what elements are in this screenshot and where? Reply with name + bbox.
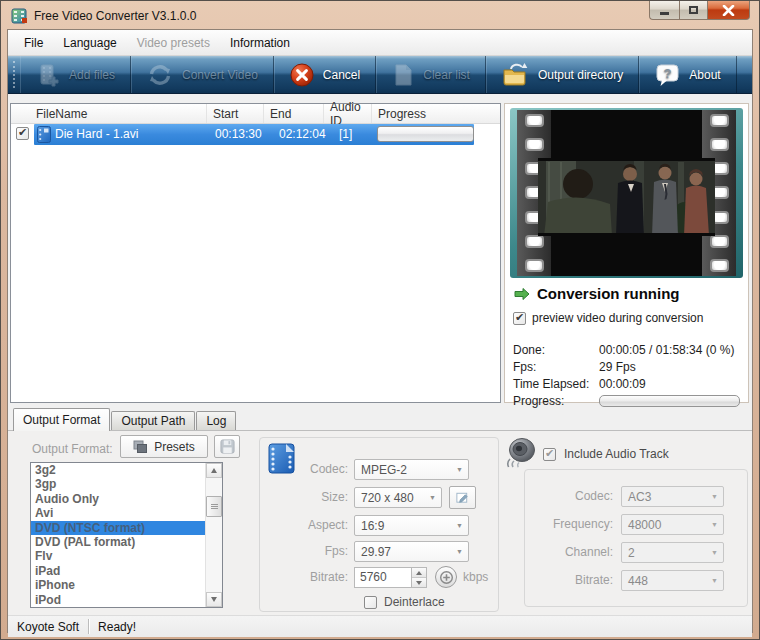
preview-video-option: preview video during conversion (513, 311, 703, 325)
window-controls (649, 1, 750, 20)
video-preview-frame (538, 158, 715, 236)
video-codec-label: Codec: (260, 459, 348, 480)
titlebar: Free Video Converter V3.1.0.0 (2, 2, 758, 29)
cancel-button[interactable]: Cancel (274, 56, 376, 93)
bitrate-unit-label: kbps (463, 567, 488, 588)
window-title: Free Video Converter V3.1.0.0 (34, 9, 197, 23)
spin-down-icon (416, 581, 422, 585)
settings-tabs-area: Output Format Output Path Log Output For… (8, 407, 752, 615)
preview-video-label: preview video during conversion (532, 311, 703, 325)
edit-size-button[interactable] (449, 486, 476, 509)
svg-text:?: ? (664, 65, 672, 80)
menu-information[interactable]: Information (220, 31, 300, 55)
elapsed-label: Time Elapsed: (513, 377, 599, 391)
video-aspect-select[interactable]: 16:9 (354, 515, 469, 536)
column-header-progress[interactable]: Progress (372, 104, 500, 123)
file-list: FileName Start End Audio ID Progress (10, 103, 501, 403)
output-format-list[interactable]: 3g2 3gp Audio Only Avi DVD (NTSC format)… (30, 462, 223, 608)
menu-file[interactable]: File (14, 31, 53, 55)
audio-codec-select: AC3 (621, 486, 724, 507)
video-bitrate-input[interactable]: 5760 (354, 567, 412, 588)
spin-down-button[interactable] (412, 577, 426, 587)
format-item[interactable]: Audio Only (31, 492, 205, 506)
include-audio-checkbox[interactable] (543, 448, 556, 461)
video-file-icon (37, 126, 51, 143)
clear-list-label: Clear list (423, 68, 470, 82)
menubar: File Language Video presets Information (8, 30, 752, 56)
bitrate-plus-button[interactable] (435, 566, 457, 588)
save-icon (220, 439, 235, 454)
convert-video-icon (147, 63, 173, 87)
format-item[interactable]: 3g2 (31, 463, 205, 477)
preview-panel: Conversion running preview video during … (504, 103, 749, 403)
conversion-progress-bar (599, 395, 740, 407)
add-files-icon (36, 63, 60, 87)
convert-video-label: Convert Video (182, 68, 258, 82)
column-header-audio-id[interactable]: Audio ID (324, 104, 372, 123)
file-row-checkbox[interactable] (16, 127, 29, 140)
deinterlace-checkbox[interactable] (364, 596, 377, 609)
spin-up-button[interactable] (412, 568, 426, 577)
format-item[interactable]: iPod (31, 593, 205, 607)
close-button[interactable] (708, 1, 750, 20)
stat-elapsed: Time Elapsed: 00:00:09 (513, 375, 740, 392)
bitrate-spinner[interactable] (412, 567, 427, 588)
output-directory-button[interactable]: Output directory (486, 56, 639, 93)
format-item-selected[interactable]: DVD (NTSC format) (31, 521, 205, 535)
video-aspect-label: Aspect: (260, 515, 348, 536)
format-list-scrollbar[interactable] (205, 463, 222, 607)
tab-output-format[interactable]: Output Format (13, 408, 110, 431)
scroll-down-button[interactable] (206, 592, 222, 607)
column-header-start[interactable]: Start (207, 104, 264, 123)
format-item[interactable]: iPhone (31, 578, 205, 592)
file-row[interactable]: Die Hard - 1.avi 00:13:30 02:12:04 [1] (11, 124, 500, 145)
audio-settings-group: Codec: AC3 Frequency: 48000 Channel: 2 B… (524, 469, 748, 607)
scrollbar-thumb[interactable] (206, 496, 222, 517)
fps-label: Fps: (513, 360, 599, 374)
menu-video-presets: Video presets (127, 31, 220, 55)
edit-size-icon (455, 490, 470, 505)
preview-video-checkbox[interactable] (513, 312, 526, 325)
fps-value: 29 Fps (599, 360, 636, 374)
minimize-icon (660, 12, 669, 15)
audio-bitrate-label: Bitrate: (525, 570, 613, 591)
format-item[interactable]: DVD (PAL format) (31, 535, 205, 549)
presets-button[interactable]: Presets (120, 435, 208, 458)
tab-output-path[interactable]: Output Path (111, 411, 195, 430)
file-progress-bar (377, 126, 474, 142)
format-item[interactable]: Flv (31, 549, 205, 563)
maximize-icon (689, 6, 698, 14)
minimize-button[interactable] (649, 1, 679, 20)
presets-icon (133, 440, 148, 454)
format-item[interactable]: Avi (31, 506, 205, 520)
status-bar: Koyote Soft Ready! (8, 615, 752, 637)
green-arrow-icon (513, 287, 530, 301)
column-header-filename[interactable]: FileName (11, 104, 207, 123)
cancel-icon (290, 63, 314, 87)
menu-language[interactable]: Language (53, 31, 126, 55)
statusbar-company: Koyote Soft (8, 620, 88, 634)
tab-log[interactable]: Log (196, 411, 236, 430)
save-preset-button[interactable] (214, 435, 240, 458)
stat-done: Done: 00:00:05 / 01:58:34 (0 %) (513, 341, 740, 358)
audio-frequency-label: Frequency: (525, 514, 613, 535)
video-codec-select[interactable]: MPEG-2 (354, 459, 469, 480)
include-audio-option: Include Audio Track (543, 447, 669, 461)
add-files-label: Add files (69, 68, 115, 82)
about-button[interactable]: ? About (639, 56, 736, 93)
video-fps-select[interactable]: 29.97 (354, 541, 469, 562)
tab-strip: Output Format Output Path Log (8, 407, 752, 430)
video-size-select[interactable]: 720 x 480 (354, 487, 442, 508)
column-header-end[interactable]: End (264, 104, 324, 123)
close-icon (722, 5, 735, 16)
audio-channel-label: Channel: (525, 542, 613, 563)
video-bitrate-label: Bitrate: (260, 567, 348, 588)
format-item[interactable]: iPad (31, 564, 205, 578)
elapsed-value: 00:00:09 (599, 377, 646, 391)
format-item[interactable]: 3gp (31, 477, 205, 491)
presets-button-label: Presets (154, 440, 195, 454)
maximize-button[interactable] (679, 1, 708, 20)
file-start-time: 00:13:30 (215, 124, 262, 145)
plus-circle-icon (440, 571, 453, 584)
scroll-up-button[interactable] (206, 463, 222, 478)
